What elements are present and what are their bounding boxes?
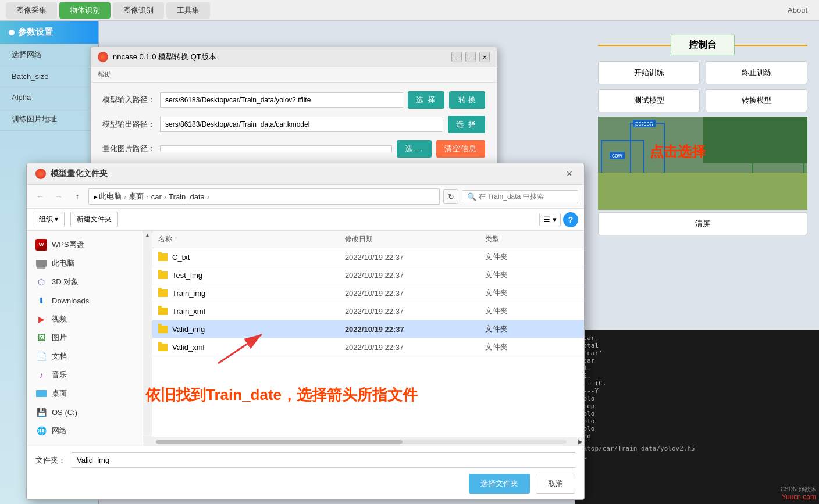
file-label-test-img: Test_img (172, 271, 202, 280)
help-button[interactable]: ? (563, 212, 578, 227)
console-area: Star Total ['car' Star -1. -2. ----(C. -… (575, 330, 819, 504)
nav-up-button[interactable]: ↑ (70, 189, 85, 204)
model-output-label: 模型输出路径： (102, 119, 155, 130)
quant-image-row: 量化图片路径： 选... 清空信息 (102, 140, 485, 158)
nncase-dialog: nncase 0.1.0 模型转换 QT版本 — □ ✕ 帮助 模型输入路径： … (90, 47, 497, 174)
breadcrumb-desktop[interactable]: 桌面 (129, 191, 144, 202)
nncase-maximize-button[interactable]: □ (465, 52, 476, 62)
refresh-button[interactable]: ↻ (443, 189, 458, 204)
quant-image-value[interactable] (160, 145, 392, 152)
horizontal-scrollbar[interactable]: ▶ (143, 437, 584, 446)
nav-back-button[interactable]: ← (33, 189, 48, 204)
csdn-attribution: CSDN @欲沐 (781, 485, 816, 494)
console-line-14: End (579, 432, 814, 440)
sidebar-videos[interactable]: ▶ 视频 (27, 310, 143, 328)
tab-image-capture[interactable]: 图像采集 (6, 2, 57, 19)
sidebar-desktop-label: 桌面 (52, 388, 67, 399)
file-dialog: 模型量化文件夹 ✕ ← → ↑ ▸ 此电脑 › 桌面 › car › Train… (26, 163, 585, 500)
model-input-value[interactable]: sers/86183/Desktop/car/Train_data/yolov2… (160, 92, 403, 108)
sidebar-scroll: ▲ (143, 231, 152, 437)
tab-tools[interactable]: 工具集 (166, 2, 210, 19)
clear-screen-container: 清屏 (598, 212, 807, 235)
control-panel-header: 控制台 (598, 35, 807, 55)
file-dialog-logo-icon (35, 169, 46, 179)
sidebar-os-c[interactable]: 💾 OS (C:) (27, 403, 143, 421)
console-line-12: Yolo (579, 417, 814, 425)
scroll-up[interactable]: ▲ (145, 232, 151, 238)
console-line-7: ----(C. (579, 380, 814, 387)
organize-button[interactable]: 组织 ▾ (33, 212, 65, 227)
start-train-button[interactable]: 开始训练 (598, 61, 700, 84)
file-name-c-txt: C_txt (158, 253, 345, 262)
sidebar-pictures[interactable]: 🖼 图片 (27, 328, 143, 347)
file-list-container: ▲ 名称 ↑ 修改日期 类型 (143, 231, 584, 437)
search-box: 🔍 (462, 190, 578, 203)
sidebar-documents[interactable]: 📄 文档 (27, 347, 143, 366)
convert-model-button[interactable]: 转换模型 (706, 89, 807, 112)
breadcrumb-traindata[interactable]: Train_data (169, 192, 205, 201)
sidebar-music[interactable]: ♪ 音乐 (27, 366, 143, 384)
file-row-c-txt[interactable]: C_txt 2022/10/19 22:37 文件夹 (152, 248, 584, 266)
convert-button[interactable]: 转 换 (449, 91, 485, 109)
file-date-valid-img: 2022/10/19 22:37 (345, 325, 485, 334)
name-col-label: 名称 (158, 235, 172, 243)
sidebar-this-pc[interactable]: 此电脑 (27, 254, 143, 273)
file-row-valid-xml[interactable]: Valid_xml 2022/10/19 22:37 文件夹 (152, 338, 584, 356)
model-output-value[interactable]: sers/86183/Desktop/car/Train_data/car.km… (160, 117, 443, 132)
clear-info-button[interactable]: 清空信息 (436, 140, 485, 158)
quant-image-label: 量化图片路径： (102, 144, 155, 154)
filename-input[interactable] (72, 452, 575, 468)
sidebar-3d-objects[interactable]: ⬡ 3D 对象 (27, 273, 143, 291)
file-type-c-txt: 文件夹 (485, 252, 578, 262)
breadcrumb-car[interactable]: car (151, 192, 162, 201)
breadcrumb-pc[interactable]: 此电脑 (99, 191, 122, 202)
title-dot (9, 30, 15, 35)
console-line-1: Star (579, 334, 814, 342)
clear-screen-button[interactable]: 清屏 (598, 212, 807, 235)
tab-object-detect[interactable]: 物体识别 (59, 2, 111, 19)
nncase-close-button[interactable]: ✕ (479, 52, 490, 62)
sidebar-item-select-network[interactable]: 选择网络 (0, 44, 98, 66)
new-folder-button[interactable]: 新建文件夹 (70, 212, 118, 227)
folder-icon-train-xml (158, 308, 168, 315)
scroll-right[interactable]: ▶ (578, 438, 583, 445)
sidebar-desktop[interactable]: 桌面 (27, 384, 143, 403)
file-row-test-img[interactable]: Test_img 2022/10/19 22:37 文件夹 (152, 266, 584, 284)
file-label-valid-xml: Valid_xml (172, 343, 204, 352)
quant-image-select-button[interactable]: 选... (397, 140, 432, 158)
view-mode-button[interactable]: ☰ ▾ (539, 213, 561, 226)
console-extra: te (579, 455, 814, 462)
nncase-title-left: nncase 0.1.0 模型转换 QT版本 (98, 52, 216, 62)
stop-train-button[interactable]: 终止训练 (706, 61, 807, 84)
file-list-header: 名称 ↑ 修改日期 类型 (152, 231, 584, 248)
breadcrumb-bar: ▸ 此电脑 › 桌面 › car › Train_data › (88, 188, 440, 205)
search-input[interactable] (479, 192, 560, 201)
nncase-minimize-button[interactable]: — (451, 52, 462, 62)
sidebar-item-train-path[interactable]: 训练图片地址 (0, 108, 98, 131)
model-input-select-button[interactable]: 选 择 (408, 91, 445, 109)
file-row-valid-img[interactable]: Valid_img 2022/10/19 22:37 文件夹 (152, 320, 584, 338)
control-title: 控制台 (671, 35, 735, 55)
nav-forward-button[interactable]: → (51, 189, 66, 204)
cancel-button[interactable]: 取消 (536, 474, 575, 494)
sidebar-item-batch-size[interactable]: Batch_size (0, 66, 98, 87)
sidebar-network[interactable]: 🌐 网络 (27, 421, 143, 440)
test-model-button[interactable]: 测试模型 (598, 89, 700, 112)
tab-image-recognize[interactable]: 图像识别 (113, 2, 164, 19)
organize-label: 组织 ▾ (39, 215, 58, 224)
sidebar-downloads[interactable]: ⬇ Downloads (27, 291, 143, 310)
nncase-help-menu[interactable]: 帮助 (98, 70, 112, 78)
sort-icon: ↑ (174, 235, 177, 243)
select-folder-button[interactable]: 选择文件夹 (469, 474, 530, 494)
bottom-buttons: 选择文件夹 取消 (35, 474, 575, 494)
sidebar-wps[interactable]: W WPS网盘 (27, 235, 143, 254)
file-row-train-xml[interactable]: Train_xml 2022/10/19 22:37 文件夹 (152, 302, 584, 320)
console-line-3: ['car' (579, 349, 814, 357)
model-output-select-button[interactable]: 选 择 (448, 116, 485, 133)
sidebar-item-alpha[interactable]: Alpha (0, 87, 98, 108)
scrollbar-thumb (156, 440, 403, 444)
file-dialog-close-button[interactable]: ✕ (564, 168, 575, 180)
app-container: 图像采集 物体识别 图像识别 工具集 About 参数设置 选择网络 Batch… (0, 0, 819, 504)
file-row-train-img[interactable]: Train_img 2022/10/19 22:37 文件夹 (152, 284, 584, 302)
video-icon: ▶ (35, 314, 47, 324)
